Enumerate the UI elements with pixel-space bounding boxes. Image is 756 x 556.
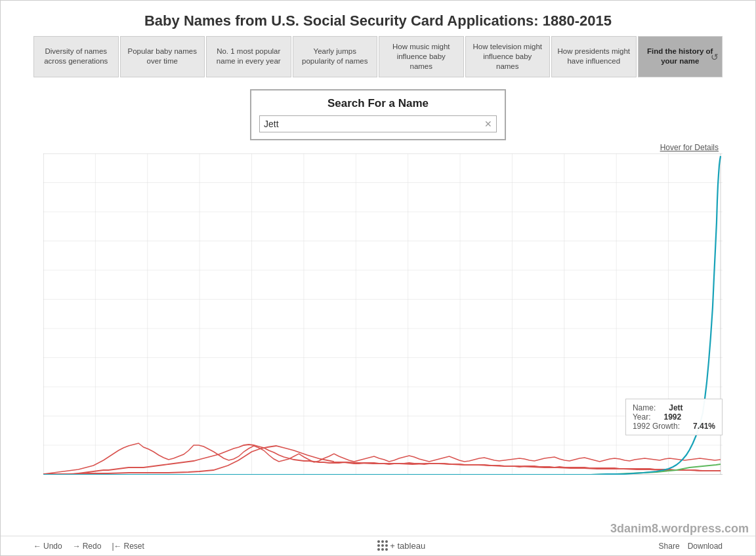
search-title: Search For a Name: [259, 97, 497, 110]
tooltip-growth-label: 1992 Growth:: [633, 422, 680, 431]
watermark: 3danim8.wordpress.com: [610, 522, 749, 536]
reset-bar-icon: |←: [112, 542, 121, 551]
search-clear-icon[interactable]: ✕: [480, 116, 496, 132]
hover-details[interactable]: Hover for Details: [1, 143, 755, 152]
undo-icon: ←: [33, 542, 41, 551]
chart-svg: 1100 1000 900 800 700 600 500 400 300 20…: [43, 153, 723, 475]
tableau-logo: + tableau: [377, 540, 425, 551]
nav-tabs: Diversity of names across generations Po…: [1, 36, 755, 77]
download-button[interactable]: Download: [688, 542, 723, 551]
redo-label: Redo: [83, 542, 102, 551]
tooltip-year-value: 1992: [664, 412, 682, 422]
tab-television[interactable]: How television might influence baby name…: [465, 36, 551, 77]
tableau-label: + tableau: [390, 541, 425, 551]
tab-popular[interactable]: Popular baby names over time: [120, 36, 205, 77]
tab-no1[interactable]: No. 1 most popular name in every year: [206, 36, 291, 77]
undo-label: Undo: [43, 542, 62, 551]
page-title: Baby Names from U.S. Social Security Car…: [1, 1, 755, 36]
bottom-right: Share Download: [659, 542, 723, 551]
tooltip-name-label: Name:: [633, 403, 656, 412]
reset-label: Reset: [124, 542, 144, 551]
reset-button[interactable]: |← Reset: [112, 542, 144, 551]
chart-inner: 1100 1000 900 800 700 600 500 400 300 20…: [43, 153, 723, 475]
share-button[interactable]: Share: [659, 542, 680, 551]
redo-icon: →: [73, 542, 81, 551]
tooltip-name-value: Jett: [669, 403, 682, 412]
search-input[interactable]: [260, 116, 480, 132]
tooltip-year-label: Year:: [633, 412, 651, 422]
bottom-bar: ← Undo → Redo |← Reset + tableau Share D…: [1, 536, 755, 555]
svg-rect-1: [43, 153, 723, 475]
tooltip-growth-value: 7.41%: [693, 422, 715, 431]
search-box: Search For a Name ✕: [250, 89, 506, 140]
tooltip-box: Name: Jett Year: 1992 1992 Growth: 7.41%: [625, 399, 723, 435]
tab-yearly[interactable]: Yearly jumps popularity of names: [293, 36, 378, 77]
bottom-left: ← Undo → Redo |← Reset: [33, 542, 144, 551]
reset-icon[interactable]: ↺: [711, 52, 719, 62]
tab-music[interactable]: How music might influence baby names: [379, 36, 464, 77]
undo-button[interactable]: ← Undo: [33, 542, 62, 551]
main-container: Baby Names from U.S. Social Security Car…: [0, 0, 756, 556]
redo-button[interactable]: → Redo: [73, 542, 102, 551]
chart-area: Social Security Card Applications: [43, 153, 723, 475]
tab-search[interactable]: Find the history of your name: [638, 36, 723, 77]
tab-presidents[interactable]: How presidents might have influenced: [551, 36, 637, 77]
search-section: Search For a Name ✕: [1, 83, 755, 143]
tab-diversity[interactable]: Diversity of names across generations: [33, 36, 119, 77]
search-input-row: ✕: [259, 115, 497, 132]
tableau-dots-icon: [377, 540, 388, 551]
